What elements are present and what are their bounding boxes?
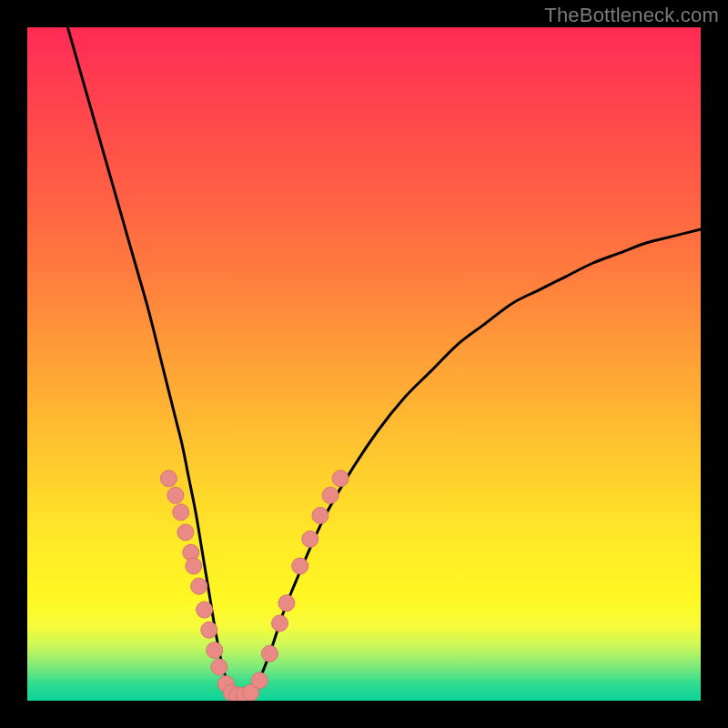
data-dot (173, 504, 189, 521)
data-dot (201, 622, 217, 638)
data-dot (292, 558, 308, 574)
data-dot (261, 645, 278, 662)
data-dot (278, 595, 295, 612)
chart-frame: TheBottleneck.com (0, 0, 728, 728)
data-dot (322, 487, 339, 503)
data-dot (207, 642, 223, 659)
data-dot (177, 524, 194, 541)
data-dot (197, 602, 213, 618)
data-dot (251, 672, 268, 689)
data-dot (167, 487, 184, 503)
data-dot (332, 470, 349, 487)
data-dot (302, 531, 318, 547)
bottleneck-curve (67, 27, 701, 701)
plot-area (27, 27, 701, 701)
data-dot (272, 615, 288, 632)
data-dot (312, 508, 329, 524)
data-dots-group (160, 470, 349, 701)
data-dot (211, 659, 228, 675)
watermark-text: TheBottleneck.com (544, 4, 719, 27)
data-dot (160, 470, 177, 487)
data-dot (186, 558, 202, 574)
bottleneck-chart-svg (27, 27, 701, 701)
data-dot (191, 578, 207, 594)
